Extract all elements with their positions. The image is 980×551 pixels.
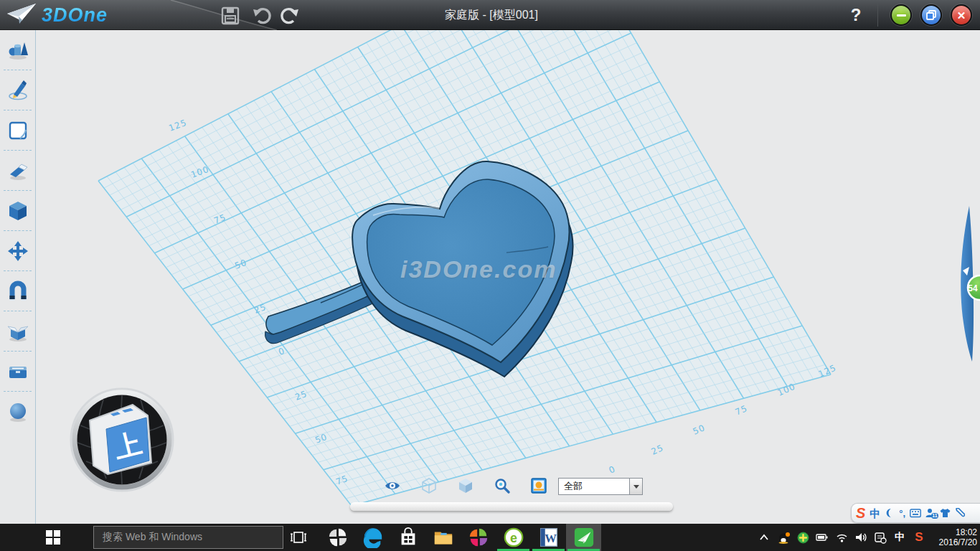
windows-taskbar: 搜索 Web 和 Windows xyxy=(0,524,980,551)
sogou-ime-bar: S 中 °, 11 xyxy=(851,503,980,523)
taskbar-app-3done[interactable] xyxy=(566,524,601,551)
open-box-icon xyxy=(7,321,29,342)
ime-skin-tshirt-icon[interactable] xyxy=(940,508,951,518)
svg-text:e: e xyxy=(510,531,517,545)
move-arrows-icon xyxy=(7,240,29,262)
help-button[interactable]: ? xyxy=(845,4,867,27)
word-icon: W xyxy=(539,527,559,547)
sidebar-item-primitives[interactable] xyxy=(0,30,36,70)
search-placeholder: 搜索 Web 和 Windows xyxy=(103,531,202,544)
sphere-icon xyxy=(7,401,29,423)
ime-account-icon[interactable]: 11 xyxy=(925,508,936,518)
sketch-plane-icon xyxy=(7,120,29,141)
clock-time: 18:02 xyxy=(934,527,977,537)
toolbar-drag-handle[interactable] xyxy=(350,502,673,511)
sogou-logo-icon[interactable]: S xyxy=(856,505,865,522)
visibility-eye-icon[interactable] xyxy=(384,477,401,494)
grid-axis-label: 50 xyxy=(692,423,707,437)
screen: 12510075502502550750255075100125 xyxy=(0,0,980,551)
save-button[interactable] xyxy=(221,6,240,25)
redo-button[interactable] xyxy=(281,6,299,25)
ime-chinese-mode[interactable]: 中 xyxy=(870,508,880,519)
titlebar-divider xyxy=(877,4,878,27)
sidebar-item-sphere[interactable] xyxy=(0,392,36,431)
primitives-icon xyxy=(7,39,29,61)
zoom-search-icon[interactable] xyxy=(494,477,511,494)
toolbar-sidebar xyxy=(0,30,36,524)
color-pinwheel-icon xyxy=(468,527,489,548)
taskbar-clock[interactable]: 18:02 2016/7/20 xyxy=(934,527,977,547)
minimize-button[interactable] xyxy=(890,4,912,26)
display-filter-value: 全部 xyxy=(559,479,629,494)
maximize-button[interactable] xyxy=(920,4,942,26)
close-button[interactable]: ✕ xyxy=(951,4,972,26)
sidebar-item-move[interactable] xyxy=(0,231,36,270)
window-title: 家庭版 - [模型001] xyxy=(387,0,595,30)
dropdown-arrow-button[interactable] xyxy=(629,479,642,494)
ime-keyboard-icon[interactable] xyxy=(910,509,921,518)
ime-panel-icon[interactable] xyxy=(874,531,887,544)
svg-text:W: W xyxy=(545,532,557,545)
undo-button[interactable] xyxy=(253,6,271,25)
ime-settings-wrench-icon[interactable] xyxy=(955,508,965,518)
360-safety-icon[interactable] xyxy=(796,531,809,544)
sidebar-item-solid-block[interactable] xyxy=(0,191,36,230)
folder-icon xyxy=(433,527,454,548)
battery-icon[interactable] xyxy=(816,531,829,544)
ime-punctuation[interactable]: °, xyxy=(899,509,905,518)
taskbar-app-windows-store[interactable] xyxy=(390,524,425,551)
view-cube[interactable]: 上 xyxy=(71,389,173,491)
watermark: i3DOne.com xyxy=(400,255,557,283)
ime-account-badge: 11 xyxy=(931,513,938,519)
taskbar-app-file-explorer[interactable] xyxy=(425,524,461,551)
taskbar-search-input[interactable]: 搜索 Web 和 Windows xyxy=(93,526,283,549)
sidebar-item-sketch-draw[interactable] xyxy=(0,70,36,110)
shaded-view-icon[interactable] xyxy=(457,477,474,494)
volume-icon[interactable] xyxy=(854,531,867,544)
community-badge-count: 54 xyxy=(968,283,978,293)
sidebar-item-eraser[interactable] xyxy=(0,151,36,190)
community-widget[interactable]: 54 xyxy=(961,206,980,362)
ime-halfmoon-icon[interactable] xyxy=(885,508,895,518)
display-toolbar xyxy=(384,477,547,494)
qq-icon[interactable] xyxy=(777,531,790,544)
hidden-icons-chevron[interactable] xyxy=(758,531,771,544)
clock-date: 2016/7/20 xyxy=(934,537,977,547)
taskbar-app-word[interactable]: W xyxy=(531,524,566,551)
3done-app-icon xyxy=(573,527,595,548)
chevron-down-icon xyxy=(633,485,639,489)
sidebar-item-toolbox[interactable] xyxy=(0,352,36,391)
pinwheel-icon xyxy=(327,527,349,548)
store-bag-icon xyxy=(397,527,419,548)
eraser-icon xyxy=(7,160,29,182)
taskbar-app-green-browser[interactable]: e xyxy=(496,524,531,551)
taskbar-app-pinwheel[interactable] xyxy=(320,524,355,551)
system-tray: 中 S xyxy=(758,524,925,551)
sketch-pencil-icon xyxy=(7,80,29,101)
wireframe-view-icon[interactable] xyxy=(420,477,438,494)
sidebar-item-sketch-plane[interactable] xyxy=(0,110,36,150)
green-e-icon: e xyxy=(503,527,524,548)
toolbox-icon xyxy=(7,361,29,382)
wifi-icon[interactable] xyxy=(835,531,848,544)
display-filter-dropdown[interactable]: 全部 xyxy=(558,478,643,495)
task-view-icon xyxy=(290,530,307,545)
tray-sogou-icon[interactable]: S xyxy=(913,531,925,544)
sidebar-item-unbox[interactable] xyxy=(0,311,36,351)
grid-axis-label: 75 xyxy=(734,403,749,418)
task-view-button[interactable] xyxy=(288,524,308,551)
cube-icon xyxy=(7,200,29,222)
titlebar: 3DOne 家庭版 - [模型001] ? ✕ xyxy=(0,0,980,30)
sidebar-item-magnet[interactable] xyxy=(0,271,36,311)
tray-chinese-indicator[interactable]: 中 xyxy=(893,531,906,544)
taskbar-app-edge[interactable] xyxy=(355,524,390,551)
start-button[interactable] xyxy=(37,524,69,551)
app-logo: 3DOne xyxy=(6,2,108,28)
render-style-icon[interactable] xyxy=(530,477,547,494)
paper-plane-icon xyxy=(6,2,37,28)
taskbar-app-360-browser[interactable] xyxy=(461,524,496,551)
maximize-icon xyxy=(926,10,936,20)
grid-axis-label: 0 xyxy=(608,463,618,475)
app-name: 3DOne xyxy=(42,4,108,27)
magnet-icon xyxy=(7,281,29,302)
